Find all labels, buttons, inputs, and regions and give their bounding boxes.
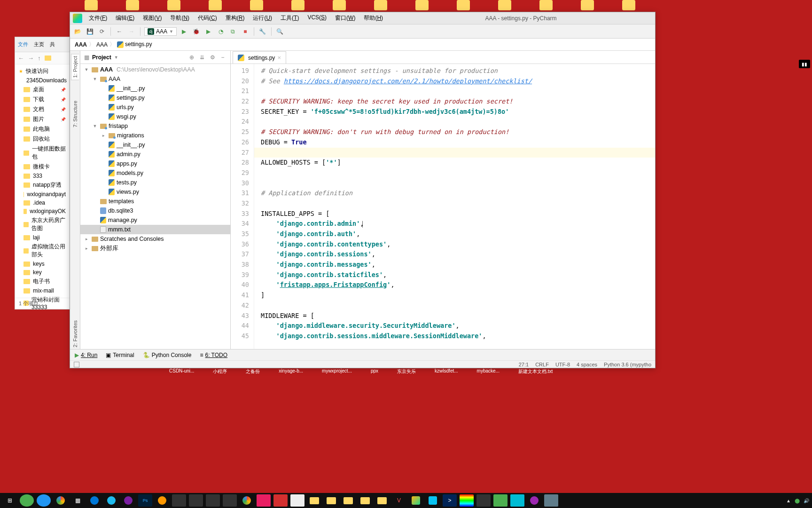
tree-node[interactable]: __init__.py bbox=[80, 140, 230, 150]
tray-icon[interactable]: ▲ bbox=[786, 498, 791, 503]
tree-node[interactable]: ▸migrations bbox=[80, 131, 230, 140]
menu-item[interactable]: 文件(F) bbox=[85, 13, 111, 24]
taskbar-terminal[interactable] bbox=[223, 494, 237, 507]
tool-tab-structure[interactable]: 7: Structure bbox=[71, 99, 79, 129]
settings-icon[interactable]: 🔧 bbox=[258, 27, 267, 36]
nav-item[interactable]: 图片📌 bbox=[15, 114, 70, 124]
system-tray[interactable]: ▲ ⬤ 🔊 bbox=[786, 498, 809, 503]
tool-tab-terminal[interactable]: ▣Terminal bbox=[106, 352, 134, 358]
tree-node[interactable]: ▼AAAC:\Users\lenovo\Desktop\AAA bbox=[80, 65, 230, 74]
tab-file[interactable]: 文件 bbox=[18, 41, 28, 48]
tree-node[interactable]: mmm.txt bbox=[80, 225, 230, 234]
nav-item[interactable]: 电子书 bbox=[15, 277, 70, 286]
line-separator[interactable]: CRLF bbox=[535, 362, 549, 367]
nav-item[interactable]: 虚拟物流公用部头 bbox=[15, 242, 70, 260]
run-icon[interactable]: ▶ bbox=[180, 27, 189, 36]
menu-item[interactable]: 窗口(W) bbox=[331, 13, 359, 24]
taskbar-chrome[interactable] bbox=[54, 494, 68, 507]
tray-icon[interactable]: ⬤ bbox=[795, 498, 800, 503]
taskbar-app[interactable] bbox=[37, 494, 51, 507]
menu-item[interactable]: 工具(T) bbox=[277, 13, 303, 24]
taskbar-app[interactable]: ▦ bbox=[70, 494, 85, 507]
nav-item[interactable]: 下载📌 bbox=[15, 95, 70, 104]
tree-node[interactable]: templates bbox=[80, 197, 230, 206]
run-config-selector[interactable]: dj AAA ▼ bbox=[144, 27, 177, 36]
close-icon[interactable]: × bbox=[277, 54, 281, 61]
tool-tab-project[interactable]: 1: Project bbox=[71, 54, 79, 80]
menu-item[interactable]: 帮助(H) bbox=[360, 13, 387, 24]
tree-node[interactable]: __init__.py bbox=[80, 84, 230, 93]
tree-node[interactable]: wsgi.py bbox=[80, 112, 230, 121]
folder-icon[interactable] bbox=[291, 0, 304, 10]
hide-icon[interactable]: − bbox=[219, 54, 226, 61]
taskbar-folder[interactable] bbox=[358, 494, 372, 507]
nav-item[interactable]: 回收站 bbox=[15, 134, 70, 144]
nav-item[interactable]: natapp穿透 bbox=[15, 180, 70, 190]
tray-icon[interactable]: 🔊 bbox=[804, 498, 809, 503]
taskbar-folder[interactable] bbox=[341, 494, 355, 507]
taskbar-app[interactable] bbox=[121, 494, 135, 507]
code-editor[interactable]: 1920212223242526272829303132333435363738… bbox=[231, 64, 655, 349]
refresh-icon[interactable]: ⟳ bbox=[97, 27, 107, 36]
taskbar-app[interactable]: V bbox=[392, 494, 406, 507]
python-interpreter[interactable]: Python 3.6 (mypytho bbox=[604, 362, 651, 367]
tool-tab-run[interactable]: ▶4: Run bbox=[75, 352, 97, 358]
search-icon[interactable]: 🔍 bbox=[275, 27, 285, 36]
back-icon[interactable]: ← bbox=[18, 55, 24, 62]
taskbar-app[interactable] bbox=[20, 494, 34, 507]
file-explorer-window[interactable]: 文件 主页 共 ← → ↑ ★ 快速访问 2345Downloads📌桌面📌下载… bbox=[15, 37, 70, 310]
taskbar-app[interactable] bbox=[493, 494, 508, 507]
caret-position[interactable]: 27:1 bbox=[519, 362, 529, 367]
taskbar-terminal[interactable] bbox=[189, 494, 203, 507]
indent-setting[interactable]: 4 spaces bbox=[577, 362, 597, 367]
menu-item[interactable]: 编辑(E) bbox=[112, 13, 138, 24]
breadcrumb-item[interactable]: AAA bbox=[75, 41, 87, 48]
tree-node[interactable]: views.py bbox=[80, 187, 230, 197]
project-tree[interactable]: ▼AAAC:\Users\lenovo\Desktop\AAA▼AAA__ini… bbox=[80, 64, 230, 349]
nav-item[interactable]: laji bbox=[15, 233, 70, 242]
tool-tab-favorites[interactable]: 2: Favorites bbox=[71, 318, 79, 349]
taskbar-app[interactable] bbox=[544, 494, 558, 507]
folder-icon[interactable] bbox=[581, 0, 594, 10]
tree-node[interactable]: db.sqlite3 bbox=[80, 206, 230, 215]
back-icon[interactable]: ← bbox=[115, 27, 124, 36]
menu-item[interactable]: 视图(V) bbox=[139, 13, 165, 24]
editor-tab-settings[interactable]: settings.py × bbox=[233, 51, 286, 64]
recording-pause-button[interactable]: ▮▮ bbox=[799, 60, 810, 68]
tree-node[interactable]: urls.py bbox=[80, 103, 230, 112]
tree-node[interactable]: settings.py bbox=[80, 93, 230, 103]
code-content[interactable]: # Quick-start development settings - uns… bbox=[254, 64, 655, 349]
taskbar-folder[interactable] bbox=[307, 494, 321, 507]
nav-item[interactable]: 333 bbox=[15, 172, 70, 180]
taskbar-edge[interactable] bbox=[87, 494, 102, 507]
taskbar-app[interactable] bbox=[527, 494, 541, 507]
folder-icon[interactable] bbox=[209, 0, 222, 10]
breadcrumb-item[interactable]: AAA bbox=[96, 41, 108, 48]
up-icon[interactable]: ↑ bbox=[38, 55, 41, 62]
tree-node[interactable]: ▸外部库 bbox=[80, 244, 230, 253]
folder-icon[interactable] bbox=[498, 0, 511, 10]
status-toggle-icon[interactable] bbox=[74, 362, 79, 367]
forward-icon[interactable]: → bbox=[28, 55, 34, 62]
taskbar-app[interactable] bbox=[155, 494, 169, 507]
concurrent-icon[interactable]: ⧉ bbox=[228, 27, 238, 36]
nav-item[interactable]: 微模卡 bbox=[15, 162, 70, 172]
tree-node[interactable]: models.py bbox=[80, 168, 230, 178]
tree-node[interactable]: tests.py bbox=[80, 178, 230, 187]
taskbar-powershell[interactable]: > bbox=[443, 494, 457, 507]
taskbar-terminal[interactable] bbox=[172, 494, 186, 507]
taskbar-terminal[interactable] bbox=[206, 494, 220, 507]
start-button[interactable]: ⊞ bbox=[3, 494, 17, 507]
taskbar-pycharm[interactable] bbox=[409, 494, 423, 507]
nav-item[interactable]: 一键抓图数据包 bbox=[15, 144, 70, 162]
profile-icon[interactable]: ◔ bbox=[216, 27, 226, 36]
nav-item[interactable]: 2345Downloads📌 bbox=[15, 76, 70, 85]
menu-item[interactable]: 运行(U) bbox=[249, 13, 276, 24]
debug-icon[interactable]: 🐞 bbox=[192, 27, 201, 36]
nav-item[interactable]: 文档📌 bbox=[15, 104, 70, 114]
open-icon[interactable]: 📂 bbox=[73, 27, 82, 36]
taskbar-app[interactable] bbox=[510, 494, 524, 507]
folder-icon[interactable] bbox=[415, 0, 429, 10]
tool-tab-python-console[interactable]: 🐍Python Console bbox=[143, 352, 192, 358]
tree-node[interactable]: manage.py bbox=[80, 215, 230, 225]
